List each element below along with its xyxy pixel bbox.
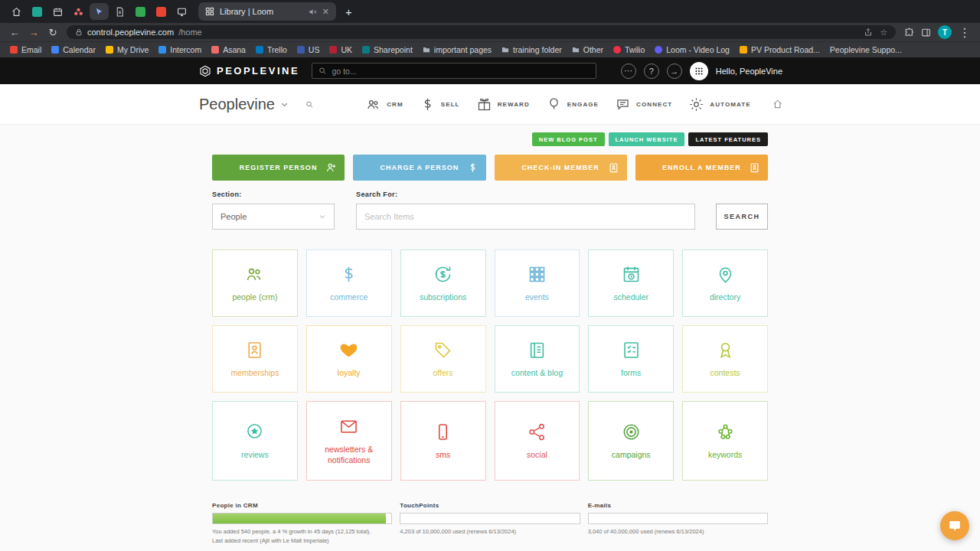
bookmark-email[interactable]: Email xyxy=(10,45,41,54)
bookmark-peoplevine-support[interactable]: Peoplevine Suppo... xyxy=(830,45,902,54)
tab-mute-icon[interactable] xyxy=(309,8,317,16)
bookmark-uk[interactable]: UK xyxy=(329,45,352,54)
bookmark-calendar[interactable]: Calendar xyxy=(51,45,96,54)
bookmark-my-drive[interactable]: My Drive xyxy=(106,45,149,54)
url-domain: control.peoplevine.com xyxy=(87,28,174,37)
global-search-input[interactable] xyxy=(332,67,590,76)
pinned-tab-docs[interactable] xyxy=(110,3,129,20)
map-pin-icon xyxy=(715,264,736,285)
nav-item-engage[interactable]: ENGAGE xyxy=(546,96,599,112)
tile-keywords[interactable]: keywords xyxy=(682,401,768,481)
tile-people-crm[interactable]: people (crm) xyxy=(212,249,298,317)
tile-offers[interactable]: offers xyxy=(400,325,486,393)
recurring-dollar-icon xyxy=(433,264,453,285)
apps-grid-icon[interactable] xyxy=(690,62,708,80)
search-button[interactable]: SEARCH xyxy=(716,204,768,230)
register-person-button[interactable]: REGISTER PERSON xyxy=(212,155,345,181)
nav-item-automate[interactable]: AUTOMATE xyxy=(688,96,750,112)
latest-features-button[interactable]: LATEST FEATURES xyxy=(688,132,768,146)
heart-icon xyxy=(338,340,359,360)
nav-item-connect[interactable]: CONNECT xyxy=(615,96,672,112)
reload-button[interactable]: ↻ xyxy=(47,27,58,38)
new-tab-button[interactable]: + xyxy=(345,5,352,18)
loom-favicon xyxy=(655,46,662,54)
star-icon[interactable]: ☆ xyxy=(880,28,887,37)
pinned-tab-monitor[interactable] xyxy=(172,3,191,20)
new-blog-post-button[interactable]: NEW BLOG POST xyxy=(532,132,605,146)
enroll-a-member-button[interactable]: ENROLL A MEMBER xyxy=(635,155,768,181)
tile-memberships[interactable]: memberships xyxy=(212,325,298,393)
tile-directory[interactable]: directory xyxy=(682,249,768,317)
more-options-icon[interactable]: ⋯ xyxy=(621,64,636,79)
share-icon[interactable] xyxy=(864,28,873,37)
pinned-tab-calendar[interactable] xyxy=(48,3,67,20)
tile-events[interactable]: events xyxy=(495,249,580,317)
nav-item-crm[interactable]: CRM xyxy=(365,96,403,112)
pinned-tab-chat[interactable] xyxy=(28,3,47,20)
active-tab[interactable]: Library | Loom ✕ xyxy=(198,2,336,21)
dashboard-content: NEW BLOG POST LAUNCH WEBSITE LATEST FEAT… xyxy=(0,125,980,551)
usage-stats-row: People in CRM You added 540 people, a 4 … xyxy=(212,502,768,545)
bookmark-trello[interactable]: Trello xyxy=(256,45,287,54)
chat-bubble-icon xyxy=(948,519,962,533)
pinned-tab-gmail[interactable] xyxy=(152,3,171,20)
tile-loyalty[interactable]: loyalty xyxy=(306,325,392,393)
bookmark-other[interactable]: Other xyxy=(572,45,603,54)
forward-button[interactable]: → xyxy=(28,27,39,38)
nav-item-reward[interactable]: REWARD xyxy=(476,96,530,112)
pinned-tab-sheets[interactable] xyxy=(131,3,150,20)
tile-scheduler[interactable]: scheduler xyxy=(588,249,674,317)
charge-a-person-button[interactable]: CHARGE A PERSON xyxy=(353,155,485,181)
bookmark-asana[interactable]: Asana xyxy=(211,45,246,54)
pinned-tab-asana[interactable] xyxy=(69,3,88,20)
search-panel: Section: People Search For: SEARCH xyxy=(212,191,768,230)
url-bar[interactable]: control.peoplevine.com/home ☆ xyxy=(67,25,896,39)
nav-search-icon[interactable] xyxy=(305,98,313,111)
tile-content-blog[interactable]: content & blog xyxy=(495,325,580,393)
go-arrow-icon[interactable]: → xyxy=(667,64,682,79)
sidebar-panel-icon[interactable] xyxy=(921,28,931,37)
browser-menu-icon[interactable]: ⋮ xyxy=(959,25,971,40)
bookmark-loom-video-log[interactable]: Loom - Video Log xyxy=(655,45,730,54)
bookmark-pv-product-roadmap[interactable]: PV Product Road... xyxy=(740,45,820,54)
search-items-input[interactable] xyxy=(364,212,687,221)
chevron-down-icon xyxy=(280,100,289,109)
bookmark-us[interactable]: US xyxy=(297,45,320,54)
pinned-tab-home[interactable] xyxy=(7,3,26,20)
bookmark-twilio[interactable]: Twilio xyxy=(613,45,645,54)
tile-campaigns[interactable]: campaigns xyxy=(588,401,674,481)
home-icon[interactable] xyxy=(773,96,782,112)
tile-commerce[interactable]: commerce xyxy=(306,249,392,317)
launch-website-button[interactable]: LAUNCH WEBSITE xyxy=(609,132,685,146)
search-for-label: Search For: xyxy=(356,191,695,198)
tile-sms[interactable]: sms xyxy=(400,401,486,481)
tab-close-icon[interactable]: ✕ xyxy=(322,7,329,17)
tile-social[interactable]: social xyxy=(495,401,580,481)
pinned-tab-cursor[interactable] xyxy=(90,3,109,20)
asana-icon xyxy=(74,7,83,17)
intercom-launcher[interactable] xyxy=(940,511,969,540)
check-in-member-button[interactable]: CHECK-IN MEMBER xyxy=(495,155,627,181)
tab-favicon-grid-icon xyxy=(205,7,214,16)
help-icon[interactable]: ? xyxy=(644,64,659,79)
tile-forms[interactable]: forms xyxy=(588,325,674,393)
bookmark-sharepoint[interactable]: Sharepoint xyxy=(362,45,413,54)
peoplevine-logo[interactable]: PEOPLEVINE xyxy=(199,65,299,77)
company-switcher[interactable]: Peoplevine xyxy=(199,96,289,113)
tab-title: Library | Loom xyxy=(220,7,303,16)
section-dropdown[interactable]: People xyxy=(212,204,335,230)
tile-subscriptions[interactable]: subscriptions xyxy=(400,249,486,317)
tile-reviews[interactable]: reviews xyxy=(212,401,298,481)
extensions-puzzle-icon[interactable] xyxy=(904,28,914,37)
global-search-box[interactable] xyxy=(312,63,596,79)
back-button[interactable]: ← xyxy=(9,27,20,38)
nav-item-sell[interactable]: SELL xyxy=(420,96,460,112)
bookmark-training-folder[interactable]: training folder xyxy=(501,45,562,54)
balloon-icon xyxy=(546,96,562,112)
tile-contests[interactable]: contests xyxy=(682,325,768,393)
chevron-down-icon xyxy=(318,213,326,220)
tile-newsletters-notifications[interactable]: newsletters & notifications xyxy=(306,401,392,481)
profile-avatar[interactable]: T xyxy=(938,25,952,39)
bookmark-important-pages[interactable]: important pages xyxy=(423,45,492,54)
bookmark-intercom[interactable]: Intercom xyxy=(158,45,201,54)
